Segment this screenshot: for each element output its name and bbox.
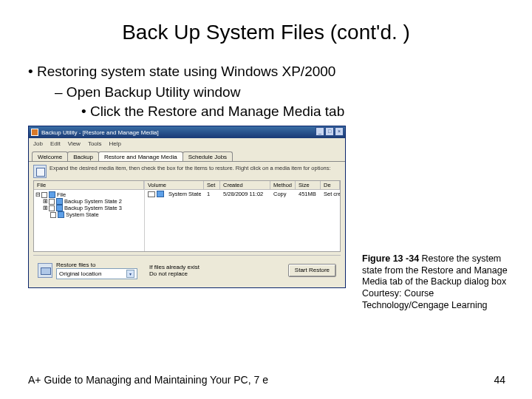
chevron-down-icon: ▾ [126,270,134,278]
cell-volume: System State [166,191,201,197]
window-buttons: _ □ × [316,127,344,136]
bullet-level1: Restoring system state using Windows XP/… [28,64,504,80]
tree-item[interactable]: ⊞ Backup System State 2 [35,198,143,205]
cell-method: Copy [270,191,296,197]
tab-restore[interactable]: Restore and Manage Media [98,151,183,161]
bullet-level3: Click the Restore and Manage Media tab [81,103,504,120]
footer-book-title: A+ Guide to Managing and Maintaining You… [28,374,268,386]
tree-item-label: Backup System State 2 [64,198,122,205]
tree-item[interactable]: System State [35,211,143,218]
minimize-icon[interactable]: _ [316,127,324,136]
slide-title: Back Up System Files (cont'd. ) [0,0,532,58]
restore-to-dropdown[interactable]: Original location ▾ [56,268,137,279]
cell-size: 451MB [296,191,321,197]
cell-de: Set cre [321,191,340,197]
tree-item-label: System State [66,211,99,218]
instruction-icon [33,165,47,178]
menu-edit[interactable]: Edit [50,140,61,147]
checkbox-icon[interactable] [148,191,155,197]
checkbox-icon[interactable] [49,205,55,211]
start-restore-button[interactable]: Start Restore [288,264,336,277]
figure-label: Figure 13 -34 [362,253,422,264]
tree-panel: File ⊟ File ⊞ Backup System State 2 [34,181,145,251]
window-titlebar: Backup Utility - [Restore and Manage Med… [29,126,345,138]
left-header: File [34,181,144,189]
menu-job[interactable]: Job [33,140,43,147]
media-icon [56,205,63,211]
tab-body: Expand the desired media item, then chec… [29,161,345,287]
media-icon [56,198,63,205]
cell-set: 1 [204,191,220,197]
col-de[interactable]: De [321,181,340,189]
checkbox-icon[interactable] [50,212,56,218]
window-title: Backup Utility - [Restore and Manage Med… [41,129,159,136]
restore-to-value: Original location [59,270,101,277]
menu-help[interactable]: Help [109,140,121,147]
instruction-text: Expand the desired media item, then chec… [50,165,331,171]
tab-bar: Welcome Backup Restore and Manage Media … [29,149,345,161]
tree-root[interactable]: ⊟ File [35,191,143,198]
slide-content: Restoring system state using Windows XP/… [0,64,532,120]
figure-caption: Figure 13 -34 Restore the system state f… [362,253,510,311]
col-created[interactable]: Created [220,181,270,189]
exist-value: Do not replace [149,270,200,277]
tab-welcome[interactable]: Welcome [32,151,68,161]
exist-group: If files already exist Do not replace [149,264,200,277]
col-method[interactable]: Method [270,181,296,189]
list-row[interactable]: System State 1 5/28/2009 11:02 Copy 451M… [145,190,340,198]
tree: ⊟ File ⊞ Backup System State 2 ⊞ [34,190,144,219]
system-state-icon [157,191,164,197]
restore-to-label: Restore files to [56,262,137,268]
col-set[interactable]: Set [204,181,220,189]
system-state-icon [58,211,64,218]
figure-courtesy: Courtesy: Course Technology/Cengage Lear… [362,288,488,310]
exist-label: If files already exist [149,264,200,270]
list-headers: Volume Set Created Method Size De [145,181,340,190]
tab-backup[interactable]: Backup [67,151,99,161]
tree-root-label: File [57,191,66,198]
close-icon[interactable]: × [335,127,344,136]
menu-view[interactable]: View [68,140,81,147]
restore-to-group: Restore files to Original location ▾ [38,262,137,279]
menu-tools[interactable]: Tools [88,140,102,147]
maximize-icon[interactable]: □ [325,127,334,136]
folder-icon [49,191,55,198]
col-size[interactable]: Size [296,181,321,189]
menu-bar: Job Edit View Tools Help [29,138,345,149]
tree-item[interactable]: ⊞ Backup System State 3 [35,205,143,211]
tree-item-label: Backup System State 3 [64,205,122,211]
tab-schedule[interactable]: Schedule Jobs [183,151,233,161]
list-panel: Volume Set Created Method Size De System… [145,181,340,251]
bottom-bar: Restore files to Original location ▾ If … [33,255,341,284]
restore-to-icon [38,263,52,278]
panels: File ⊟ File ⊞ Backup System State 2 [33,180,341,252]
instruction-row: Expand the desired media item, then chec… [33,165,341,178]
checkbox-icon[interactable] [49,199,55,205]
col-volume[interactable]: Volume [145,181,204,189]
checkbox-icon[interactable] [41,192,47,198]
cell-created: 5/28/2009 11:02 [220,191,270,197]
page-number: 44 [494,374,505,386]
app-icon [31,129,38,136]
bullet-level2: Open Backup Utility window [55,84,504,100]
embedded-screenshot: Backup Utility - [Restore and Manage Med… [28,126,346,288]
